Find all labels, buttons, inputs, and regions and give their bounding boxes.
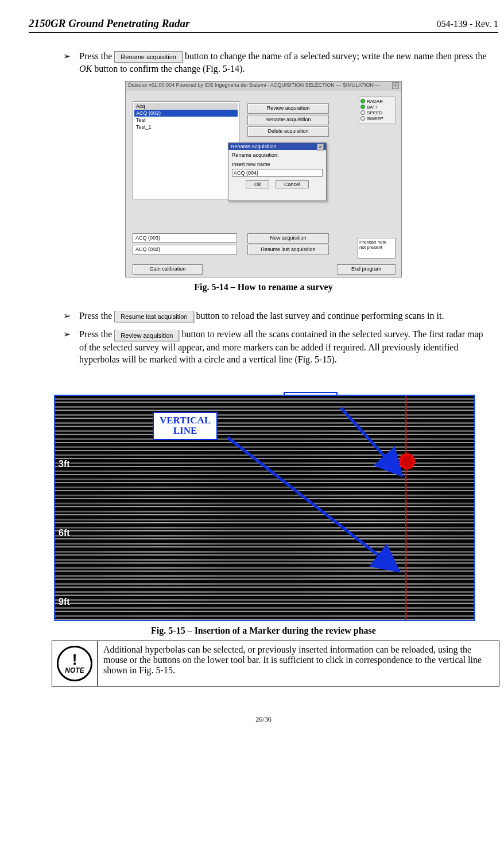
vertical-marker-line: [405, 396, 406, 620]
doc-rev: 054-139 - Rev. 1: [437, 19, 498, 29]
close-icon[interactable]: ×: [317, 144, 324, 151]
acquisition-list[interactable]: Acq ACQ (002) Test Test_1: [133, 101, 239, 199]
note-icon: ! NOTE: [57, 646, 92, 681]
note-label: NOTE: [65, 666, 84, 674]
end-program-button[interactable]: End program: [337, 264, 396, 275]
acq-field-2[interactable]: ACQ (002): [133, 245, 237, 254]
note-icon-cell: ! NOTE: [52, 641, 98, 686]
bullet-icon: ➢: [63, 50, 79, 75]
text-fragment: button to change the name of a selected …: [185, 51, 487, 61]
depth-label: 6ft: [59, 528, 70, 538]
resume-last-acquisition-button[interactable]: Resume last acquisition: [114, 311, 193, 322]
depth-label: 3ft: [59, 459, 70, 469]
callout-text: VERTICAL: [160, 415, 211, 426]
bullet-icon: ➢: [63, 328, 79, 366]
text-fragment: Press the: [79, 51, 114, 61]
new-acquisition-button[interactable]: New acquisition: [247, 233, 329, 244]
window-titlebar: × Detector v01.00.004 Powered by IDS Ing…: [126, 82, 401, 91]
radar-map: 3ft 6ft 9ft VERTICAL LINE: [54, 395, 475, 621]
ok-word: OK: [79, 64, 92, 74]
list-item[interactable]: Test: [134, 117, 238, 124]
review-acquisition-button[interactable]: Review acquisition: [247, 103, 329, 114]
status-panel: RADAR BATT SPEED SWEEP: [359, 97, 396, 124]
text-fragment: button to reload the last survey and con…: [196, 311, 444, 321]
status-label: SWEEP: [367, 116, 383, 121]
bullet-review: ➢ Press the Review acquisition button to…: [63, 328, 493, 366]
depth-label: 9ft: [59, 597, 70, 607]
note-bang: !: [72, 653, 77, 666]
status-label: SPEED: [367, 110, 382, 115]
ok-button[interactable]: Ok: [246, 180, 270, 188]
bullet-rename: ➢ Press the Rename acquisition button to…: [63, 50, 493, 75]
note-box: ! NOTE Additional hyperbolas can be sele…: [52, 641, 499, 687]
fig-5-15-container: CIRCLE 3ft 6ft 9ft VERTICAL LINE: [54, 395, 473, 621]
text-fragment: button to confirm the change (Fig. 5-14)…: [94, 64, 245, 74]
status-dot-icon: [360, 105, 365, 109]
bullet-resume-text: Press the Resume last acquisition button…: [79, 310, 493, 322]
status-dot-icon: [360, 116, 365, 121]
status-label: BATT: [367, 105, 378, 110]
bullet-icon: ➢: [63, 310, 79, 322]
rename-acquisition-button[interactable]: Rename acquisition: [114, 51, 183, 63]
fig-5-14-screenshot: × Detector v01.00.004 Powered by IDS Ing…: [125, 81, 402, 277]
rename-acquisition-button[interactable]: Rename acquisition: [247, 115, 329, 125]
dialog-label: Rename acquisition:: [232, 152, 323, 158]
dialog-titlebar: × Rename Acquisition: [228, 143, 326, 150]
callout-text: LINE: [173, 425, 197, 436]
text-fragment: Press the: [79, 329, 114, 339]
new-name-input[interactable]: [232, 169, 323, 177]
bullet-rename-text: Press the Rename acquisition button to c…: [79, 50, 493, 75]
fig-5-14-container: × Detector v01.00.004 Powered by IDS Ing…: [29, 81, 498, 292]
close-icon[interactable]: ×: [392, 82, 399, 89]
bullet-resume: ➢ Press the Resume last acquisition butt…: [63, 310, 493, 322]
status-label: RADAR: [367, 99, 383, 104]
acq-field-1[interactable]: ACQ (003): [133, 233, 237, 243]
delete-acquisition-button[interactable]: Delete acquisition: [247, 126, 329, 137]
prescan-note-box: Prescan note not present: [358, 238, 396, 259]
bullet-review-text: Press the Review acquisition button to r…: [79, 328, 493, 366]
review-acquisition-button[interactable]: Review acquisition: [114, 330, 179, 341]
list-header: Acq: [134, 103, 238, 110]
rename-dialog: × Rename Acquisition Rename acquisition:…: [228, 142, 327, 201]
circle-marker: [399, 453, 415, 469]
list-item[interactable]: ACQ (002): [134, 110, 238, 117]
gain-calibration-button[interactable]: Gain calibration: [133, 264, 203, 275]
status-dot-icon: [360, 99, 365, 103]
dialog-label: Insert new name: [232, 161, 323, 167]
list-item[interactable]: Test_1: [134, 124, 238, 130]
page-header: 2150GR Ground Penetrating Radar 054-139 …: [29, 17, 498, 33]
resume-last-acquisition-button[interactable]: Resume last acquisition: [247, 245, 329, 255]
page-number: 26/36: [29, 715, 498, 724]
fig-5-15-caption: Fig. 5-15 – Insertion of a Marker during…: [29, 626, 498, 636]
text-fragment: Press the: [79, 311, 114, 321]
cancel-button[interactable]: Cancel: [276, 180, 309, 188]
callout-vertical-line: VERTICAL LINE: [153, 412, 218, 440]
note-text: Additional hyperbolas can be selected, o…: [98, 641, 499, 686]
dialog-title-text: Rename Acquisition: [231, 144, 277, 149]
doc-title: 2150GR Ground Penetrating Radar: [29, 17, 189, 30]
status-dot-icon: [360, 110, 365, 115]
window-title-text: Detector v01.00.004 Powered by IDS Ingeg…: [128, 82, 380, 88]
fig-5-14-caption: Fig. 5-14 – How to rename a survey: [29, 282, 498, 292]
radar-texture: [55, 396, 474, 620]
